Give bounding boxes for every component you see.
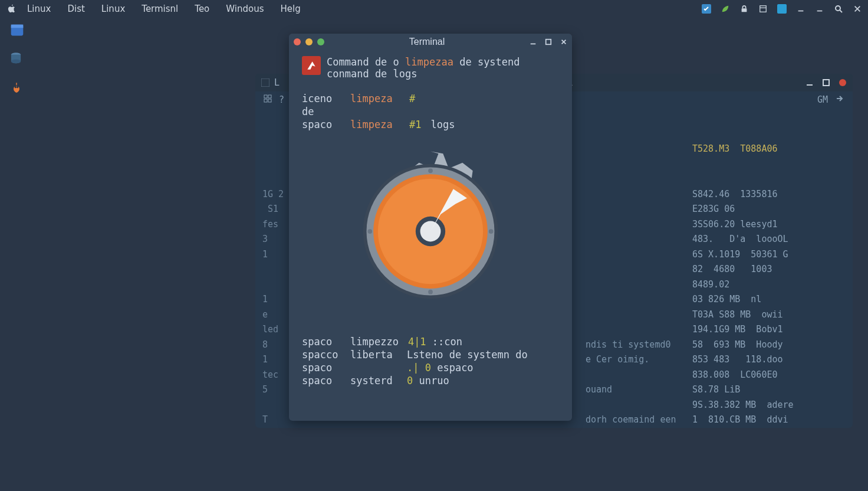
svg-point-31 [367, 229, 372, 234]
svg-rect-1 [742, 8, 747, 12]
fg-close-button[interactable] [560, 36, 567, 48]
disk-icon[interactable] [8, 51, 26, 68]
tray-app-icon[interactable] [702, 4, 711, 14]
svg-point-16 [839, 79, 846, 86]
fg-bottom-row: spaco.| 0 espaco [302, 362, 559, 374]
fg-cmd-row: spacolimpeza#1logs [302, 119, 559, 130]
traffic-lights [294, 38, 324, 45]
bg-title-icon [261, 78, 269, 87]
svg-point-12 [11, 60, 21, 64]
svg-rect-2 [760, 6, 767, 12]
tray-blue-icon[interactable] [777, 4, 787, 14]
traffic-zoom-icon[interactable] [317, 38, 324, 45]
menu-dist[interactable]: Dist [67, 4, 84, 14]
svg-rect-20 [268, 99, 271, 102]
bg-row: In1S02A678 MN dd [262, 428, 846, 428]
menu-teo[interactable]: Teo [195, 4, 209, 14]
fg-minimize-button[interactable] [530, 36, 537, 48]
svg-line-8 [840, 10, 842, 12]
system-tray [702, 4, 862, 14]
fg-window-title: Terminal [324, 37, 530, 47]
minimize-icon[interactable] [796, 4, 805, 14]
menu-terminal[interactable]: Termisnl [142, 4, 178, 14]
bg-close-button[interactable] [839, 78, 847, 87]
bg-maximize-button[interactable] [822, 78, 830, 87]
fg-maximize-button[interactable] [545, 36, 552, 48]
traffic-minimize-icon[interactable] [305, 38, 313, 45]
gauge-graphic [302, 140, 559, 323]
fg-bottom-row: spacosysterd0 unruo [302, 375, 559, 387]
leaf-icon[interactable] [721, 4, 730, 14]
bg-tool-icon[interactable] [264, 94, 272, 105]
svg-rect-10 [11, 25, 24, 28]
svg-point-30 [428, 290, 433, 294]
bg-tool-help-icon[interactable]: ? [279, 94, 284, 105]
fg-body: Command de o limpezaa de systend conmand… [289, 50, 572, 398]
fg-header-line1: Command de o limpezaa de systend [327, 56, 520, 68]
fg-app-icon [302, 56, 321, 75]
minimize-icon-2[interactable] [815, 4, 824, 14]
foreground-terminal-window: Terminal Command de o limpezaa de systen… [289, 34, 572, 421]
search-icon[interactable] [834, 4, 843, 14]
menu-linux-2[interactable]: Linux [101, 4, 125, 14]
fg-bottom-row: spacolimpezzo4|1 ::con [302, 336, 559, 348]
svg-rect-13 [261, 78, 269, 87]
bg-tool-label: GM [817, 94, 828, 105]
menu-help[interactable]: Helg [281, 4, 301, 14]
files-icon[interactable] [8, 21, 26, 39]
close-icon[interactable] [853, 4, 862, 14]
lock-icon[interactable] [739, 4, 749, 14]
bg-minimize-button[interactable] [805, 78, 814, 87]
flame-icon[interactable] [8, 80, 26, 98]
fg-header-line2: conmand de logs [327, 68, 520, 80]
svg-point-32 [489, 229, 494, 234]
fg-cmd-row: icenolimpeza# [302, 93, 559, 104]
svg-rect-22 [546, 40, 551, 45]
window-icon[interactable] [758, 4, 768, 14]
bg-tool-arrow-icon[interactable] [835, 94, 844, 106]
fg-cmd-row: de [302, 106, 559, 117]
svg-rect-19 [264, 99, 267, 102]
top-menubar: Linux Dist Linux Termisnl Teo Windous He… [0, 0, 868, 18]
fg-bottom-row: spaccolibertaLsteno de systemn do [302, 349, 559, 361]
bg-yellow-header: T528.M3 T088A06 [692, 142, 846, 157]
svg-rect-18 [268, 95, 271, 98]
fg-bottom-block: spacolimpezzo4|1 ::conspaccolibertaLsten… [302, 336, 559, 387]
svg-rect-15 [823, 80, 829, 86]
fg-command-block: icenolimpeza#despacolimpeza#1logs [302, 93, 559, 130]
apple-icon [6, 4, 17, 14]
bg-window-title: L [274, 77, 280, 88]
svg-rect-17 [264, 95, 267, 98]
svg-point-7 [836, 6, 840, 11]
menu-linux[interactable]: Linux [27, 4, 51, 14]
traffic-close-icon[interactable] [294, 38, 301, 45]
svg-rect-4 [777, 4, 787, 14]
svg-point-29 [428, 168, 433, 173]
menu-windows[interactable]: Windous [226, 4, 264, 14]
fg-titlebar[interactable]: Terminal [289, 34, 572, 50]
left-dock [8, 21, 26, 98]
